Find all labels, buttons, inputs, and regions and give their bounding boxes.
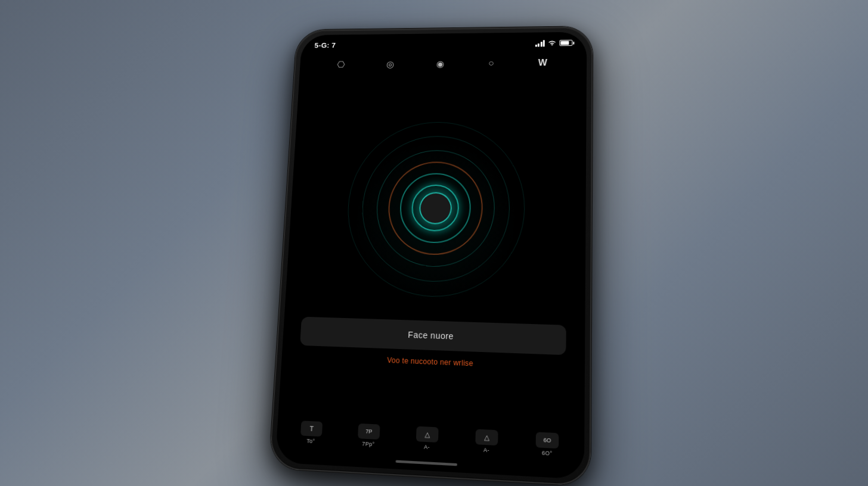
tab-item-6o[interactable]: 6O 6O° bbox=[531, 432, 563, 457]
eye-icon[interactable]: ◎ bbox=[383, 57, 398, 70]
notch bbox=[398, 33, 484, 50]
subtitle-text: Voo te nucooto ner wrlise bbox=[387, 356, 473, 368]
phone-body: 5-G: 7 bbox=[269, 26, 593, 486]
letter-w-icon[interactable]: W bbox=[535, 56, 550, 70]
main-action-button[interactable]: Face nuore bbox=[300, 317, 566, 355]
phone-mockup: 5-G: 7 bbox=[269, 26, 593, 486]
radar-center bbox=[418, 192, 452, 225]
tab-item-a2[interactable]: △ A- bbox=[471, 429, 503, 454]
dot-icon[interactable]: ○ bbox=[484, 57, 498, 70]
tab-symbol-to: T bbox=[309, 425, 314, 432]
tab-icon-a2: △ bbox=[475, 429, 498, 446]
tab-label-6o: 6O° bbox=[542, 450, 553, 457]
tab-symbol-6o: 6O bbox=[543, 437, 551, 443]
tab-label-a1: A- bbox=[424, 444, 430, 450]
tab-icon-6o: 6O bbox=[536, 432, 559, 448]
phone-screen: 5-G: 7 bbox=[275, 32, 587, 479]
tab-icon-to: T bbox=[300, 420, 323, 437]
tab-label-a2: A- bbox=[483, 447, 489, 453]
tab-symbol-7pp: 7P bbox=[365, 428, 373, 435]
battery-icon bbox=[559, 40, 572, 46]
top-nav: ⎔ ◎ ◉ ○ W bbox=[299, 51, 587, 75]
radar-container bbox=[343, 122, 526, 300]
tab-icon-a1: △ bbox=[416, 426, 439, 443]
target-icon[interactable]: ◉ bbox=[433, 57, 448, 70]
main-content: Face nuore Voo te nucooto ner wrlise bbox=[278, 74, 587, 426]
tab-label-7pp: 7Pp° bbox=[362, 441, 375, 448]
status-time: 5-G: 7 bbox=[314, 41, 336, 49]
signal-bars-icon bbox=[535, 40, 544, 46]
home-bar bbox=[395, 460, 457, 466]
tab-symbol-a1: △ bbox=[424, 430, 430, 438]
tab-item-a1[interactable]: △ A- bbox=[411, 426, 443, 451]
status-icons bbox=[535, 39, 572, 46]
tab-symbol-a2: △ bbox=[484, 433, 489, 441]
button-area: Face nuore Voo te nucooto ner wrlise bbox=[293, 316, 573, 372]
wifi-icon bbox=[548, 40, 557, 46]
tab-label-to: To° bbox=[306, 438, 315, 444]
tab-icon-7pp: 7P bbox=[358, 423, 380, 440]
tab-item-to[interactable]: T To° bbox=[296, 420, 327, 445]
tab-item-7pp[interactable]: 7P 7Pp° bbox=[353, 423, 384, 448]
fingerprint-icon[interactable]: ⎔ bbox=[334, 58, 348, 71]
